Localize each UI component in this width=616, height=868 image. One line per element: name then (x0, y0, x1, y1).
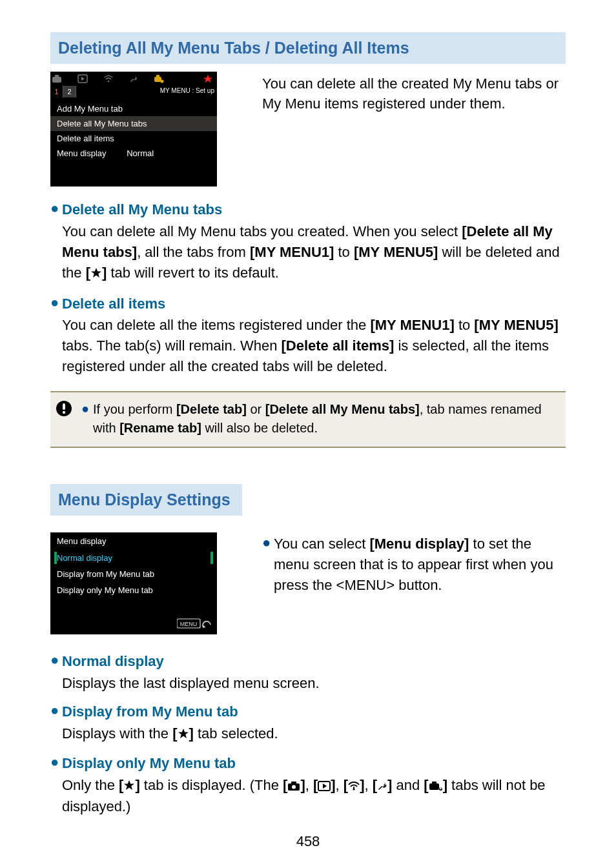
svg-marker-16 (178, 729, 189, 738)
bullet-dot: ● (262, 534, 274, 596)
cs2-opt-normal: Normal display (50, 550, 217, 566)
bullet-dot: ● (50, 753, 62, 818)
menu-back-icon: MENU (177, 618, 212, 631)
svg-rect-6 (156, 75, 159, 77)
bullet-title-only: Display only My Menu tab (62, 753, 566, 774)
play-icon (318, 776, 331, 797)
cam-row-menu-display: Menu display Normal (50, 146, 217, 161)
svg-marker-8 (203, 75, 212, 83)
section-header-menu-display: Menu Display Settings (50, 484, 242, 516)
svg-marker-17 (124, 780, 134, 790)
bullet-body-normal: Displays the last displayed menu screen. (62, 673, 566, 694)
svg-point-12 (63, 411, 65, 414)
cam-row-add: Add My Menu tab (50, 101, 217, 116)
warning-icon (56, 400, 72, 438)
cam-row-delete-items: Delete all items (50, 131, 217, 146)
wrench-icon (377, 776, 387, 797)
cam-subtab-2: 2 (63, 86, 76, 97)
svg-rect-5 (154, 77, 161, 82)
svg-marker-9 (91, 268, 101, 278)
bullet-title-from: Display from My Menu tab (62, 701, 566, 722)
bullet-dot: ● (50, 199, 62, 285)
svg-text:MENU: MENU (180, 621, 198, 627)
star-icon (178, 725, 189, 745)
cam-subtab-1: 1 (50, 86, 63, 97)
star-icon (90, 264, 102, 285)
wireless-icon (348, 776, 360, 797)
camera-screenshot-menu-display: Menu display Normal display Display from… (50, 532, 217, 634)
svg-rect-29 (440, 787, 441, 789)
section-header-deleting: Deleting All My Menu Tabs / Deleting All… (50, 32, 566, 64)
svg-point-20 (292, 785, 296, 789)
bullet-title-delete-items: Delete all items (62, 294, 566, 314)
svg-rect-19 (291, 782, 296, 784)
svg-rect-0 (52, 77, 61, 83)
camera-icon (287, 776, 300, 797)
bullet-title-delete-tabs: Delete all My Menu tabs (62, 199, 566, 220)
cam-row-delete-tabs: Delete all My Menu tabs (50, 116, 217, 131)
bullet-title-normal: Normal display (62, 651, 566, 672)
cs2-opt-only-mymenu: Display only My Menu tab (50, 582, 217, 598)
bullet-dot: ● (50, 651, 62, 694)
star-tab-icon (203, 74, 213, 83)
bullet-dot: ● (50, 294, 62, 378)
warning-box: ● If you perform [Delete tab] or [Delete… (50, 391, 566, 448)
play-tab-icon (77, 74, 88, 83)
warning-text: If you perform [Delete tab] or [Delete a… (93, 400, 557, 438)
cs2-title: Menu display (50, 532, 217, 550)
svg-marker-22 (323, 783, 327, 789)
svg-rect-11 (63, 403, 65, 410)
camera-screenshot-mymenu-setup: 1 2 MY MENU : Set up Add My Menu tab Del… (50, 72, 217, 187)
svg-rect-1 (55, 75, 59, 77)
bullet-dot: ● (81, 400, 93, 438)
bullet-body-delete-items: You can delete all the items registered … (62, 315, 566, 377)
bullet-dot: ● (50, 701, 62, 745)
svg-rect-25 (429, 783, 439, 790)
wireless-tab-icon (103, 74, 114, 83)
wrench-tab-icon (129, 74, 138, 83)
section1-intro: You can delete all the created My Menu t… (262, 72, 566, 187)
page-number: 458 (0, 833, 616, 850)
camera-tab-icon (52, 74, 62, 83)
section2-intro: You can select [Menu display] to set the… (274, 534, 566, 596)
bullet-body-delete-tabs: You can delete all My Menu tabs you crea… (62, 221, 566, 285)
svg-marker-3 (81, 77, 85, 81)
cam-tabs-label: MY MENU : Set up (160, 87, 214, 94)
star-icon (123, 776, 135, 797)
svg-point-4 (108, 81, 109, 82)
bullet-body-only: Only the [] tab is displayed. (The [], [… (62, 775, 566, 818)
svg-point-7 (161, 80, 164, 83)
custom-tab-icon (154, 74, 164, 83)
camera-dot-icon (429, 776, 443, 797)
svg-rect-26 (432, 782, 436, 784)
bullet-body-from: Displays with the [] tab selected. (62, 723, 566, 745)
cs2-opt-from-mymenu: Display from My Menu tab (50, 566, 217, 582)
